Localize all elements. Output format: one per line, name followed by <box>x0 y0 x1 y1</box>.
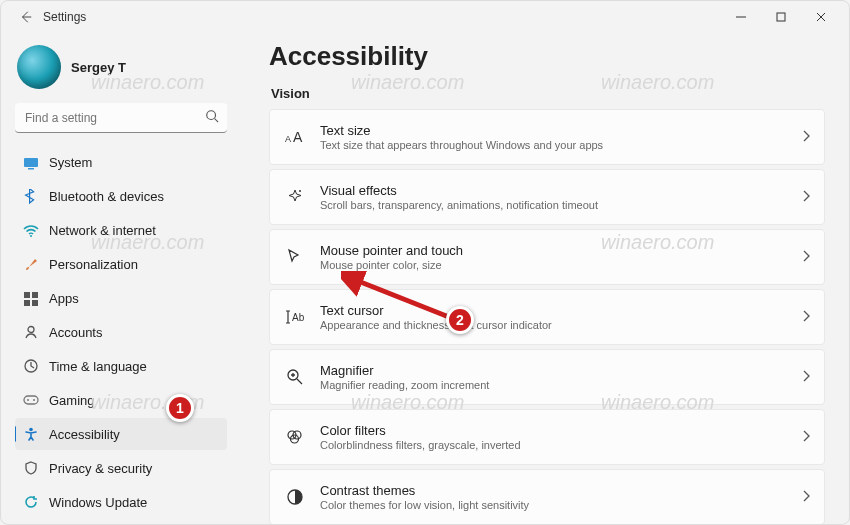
maximize-icon <box>776 12 786 22</box>
card-magnifier[interactable]: Magnifier Magnifier reading, zoom increm… <box>269 349 825 405</box>
annotation-callout-1: 1 <box>166 394 194 422</box>
card-text-size[interactable]: AA Text size Text size that appears thro… <box>269 109 825 165</box>
color-filters-icon <box>284 428 306 446</box>
card-title: Color filters <box>320 423 788 438</box>
apps-icon <box>23 291 39 307</box>
svg-text:A: A <box>293 129 303 145</box>
card-subtitle: Color themes for low vision, light sensi… <box>320 499 788 511</box>
sidebar-item-accounts[interactable]: Accounts <box>15 317 227 349</box>
svg-point-9 <box>28 327 34 333</box>
card-subtitle: Colorblindness filters, grayscale, inver… <box>320 439 788 451</box>
card-title: Text size <box>320 123 788 138</box>
text-cursor-icon: Ab <box>284 309 306 325</box>
sparkle-icon <box>284 188 306 206</box>
card-text: Color filters Colorblindness filters, gr… <box>320 423 788 451</box>
svg-point-17 <box>299 190 301 192</box>
sidebar-item-accessibility[interactable]: Accessibility <box>15 418 227 450</box>
card-subtitle: Mouse pointer color, size <box>320 259 788 271</box>
profile[interactable]: Sergey T <box>15 39 227 101</box>
sidebar-item-label: Gaming <box>49 393 95 408</box>
maximize-button[interactable] <box>761 3 801 31</box>
chevron-right-icon <box>802 128 810 146</box>
sidebar-item-label: Personalization <box>49 257 138 272</box>
sidebar-item-update[interactable]: Windows Update <box>15 486 227 518</box>
card-title: Visual effects <box>320 183 788 198</box>
contrast-icon <box>284 488 306 506</box>
sidebar-item-label: Accessibility <box>49 427 120 442</box>
close-icon <box>816 12 826 22</box>
sidebar-item-label: Time & language <box>49 359 147 374</box>
card-text: Text size Text size that appears through… <box>320 123 788 151</box>
svg-rect-2 <box>24 158 38 167</box>
card-subtitle: Scroll bars, transparency, animations, n… <box>320 199 788 211</box>
card-mouse-pointer[interactable]: Mouse pointer and touch Mouse pointer co… <box>269 229 825 285</box>
annotation-label: 2 <box>456 312 464 328</box>
nav: System Bluetooth & devices Network & int… <box>15 147 227 518</box>
svg-rect-0 <box>777 13 785 21</box>
card-title: Mouse pointer and touch <box>320 243 788 258</box>
sidebar-item-personalization[interactable]: Personalization <box>15 249 227 281</box>
svg-text:A: A <box>285 134 291 144</box>
back-button[interactable] <box>13 10 39 24</box>
settings-window: Settings Sergey T System <box>0 0 850 525</box>
section-vision: Vision <box>271 86 825 101</box>
sidebar-item-label: Bluetooth & devices <box>49 189 164 204</box>
avatar <box>17 45 61 89</box>
sidebar-item-network[interactable]: Network & internet <box>15 215 227 247</box>
close-button[interactable] <box>801 3 841 31</box>
minimize-icon <box>736 12 746 22</box>
search-box[interactable] <box>15 103 227 133</box>
svg-rect-8 <box>32 300 38 306</box>
card-text: Visual effects Scroll bars, transparency… <box>320 183 788 211</box>
content: Sergey T System Bluetooth & devices <box>1 33 849 524</box>
annotation-callout-2: 2 <box>446 306 474 334</box>
svg-rect-3 <box>28 168 34 170</box>
person-icon <box>23 324 39 340</box>
minimize-button[interactable] <box>721 3 761 31</box>
sidebar-item-apps[interactable]: Apps <box>15 283 227 315</box>
sidebar-item-time[interactable]: Time & language <box>15 350 227 382</box>
svg-rect-11 <box>24 396 38 404</box>
sidebar-item-label: Network & internet <box>49 223 156 238</box>
svg-point-14 <box>29 428 33 432</box>
card-visual-effects[interactable]: Visual effects Scroll bars, transparency… <box>269 169 825 225</box>
sidebar-item-bluetooth[interactable]: Bluetooth & devices <box>15 181 227 213</box>
clock-icon <box>23 358 39 374</box>
chevron-right-icon <box>802 368 810 386</box>
gamepad-icon <box>23 392 39 408</box>
bluetooth-icon <box>23 189 39 205</box>
profile-name: Sergey T <box>71 60 126 75</box>
annotation-label: 1 <box>176 400 184 416</box>
svg-rect-5 <box>24 292 30 298</box>
brush-icon <box>23 257 39 273</box>
chevron-right-icon <box>802 428 810 446</box>
card-text: Text cursor Appearance and thickness, te… <box>320 303 788 331</box>
card-text-cursor[interactable]: Ab Text cursor Appearance and thickness,… <box>269 289 825 345</box>
sidebar-item-label: Accounts <box>49 325 102 340</box>
titlebar: Settings <box>1 1 849 33</box>
card-subtitle: Magnifier reading, zoom increment <box>320 379 788 391</box>
chevron-right-icon <box>802 188 810 206</box>
card-text: Contrast themes Color themes for low vis… <box>320 483 788 511</box>
card-title: Magnifier <box>320 363 788 378</box>
chevron-right-icon <box>802 248 810 266</box>
svg-point-4 <box>30 235 32 237</box>
card-title: Contrast themes <box>320 483 788 498</box>
sidebar-item-privacy[interactable]: Privacy & security <box>15 452 227 484</box>
sidebar-item-label: Windows Update <box>49 495 147 510</box>
card-color-filters[interactable]: Color filters Colorblindness filters, gr… <box>269 409 825 465</box>
main-panel[interactable]: Accessibility Vision AA Text size Text s… <box>241 33 849 524</box>
chevron-right-icon <box>802 488 810 506</box>
card-text: Mouse pointer and touch Mouse pointer co… <box>320 243 788 271</box>
svg-rect-6 <box>32 292 38 298</box>
card-contrast-themes[interactable]: Contrast themes Color themes for low vis… <box>269 469 825 524</box>
window-controls <box>721 3 841 31</box>
svg-point-1 <box>207 111 216 120</box>
sidebar-item-system[interactable]: System <box>15 147 227 179</box>
sidebar-item-label: Apps <box>49 291 79 306</box>
search-input[interactable] <box>15 103 227 133</box>
arrow-left-icon <box>19 10 33 24</box>
accessibility-icon <box>23 426 39 442</box>
sidebar-item-label: System <box>49 155 92 170</box>
sidebar-item-gaming[interactable]: Gaming <box>15 384 227 416</box>
